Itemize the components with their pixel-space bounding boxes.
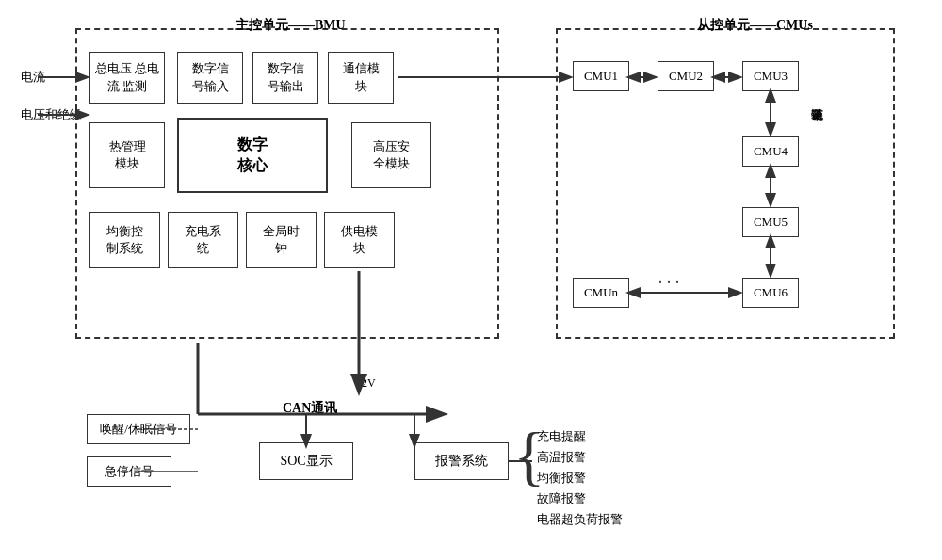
box-thermal: 热管理模块 xyxy=(89,122,165,188)
cmun-box: CMUn xyxy=(573,278,629,308)
box-digital-in: 数字信号输入 xyxy=(177,52,243,104)
current-input-label: 电流 xyxy=(21,69,45,86)
bmu-title: 主控单元——BMU xyxy=(236,17,346,34)
cmu1-box: CMU1 xyxy=(573,61,629,91)
box-digital-core: 数字核心 xyxy=(177,118,328,193)
box-power: 供电模块 xyxy=(324,212,395,268)
box-hv-safety: 高压安全模块 xyxy=(351,122,431,188)
box-voltage-current: 总电压 总电流 监测 xyxy=(89,52,165,104)
alarm-item-fault: 故障报警 xyxy=(537,490,623,507)
box-comm: 通信模块 xyxy=(328,52,394,104)
box-digital-out: 数字信号输出 xyxy=(252,52,318,104)
alarm-system-box: 报警系统 xyxy=(414,442,509,480)
can-label: CAN通讯 xyxy=(283,400,337,417)
alarm-item-balance: 均衡报警 xyxy=(537,470,623,487)
cmu3-box: CMU3 xyxy=(742,61,799,91)
alarm-item-overload: 电器超负荷报警 xyxy=(537,511,623,528)
alarm-list: 充电提醒 高温报警 均衡报警 故障报警 电器超负荷报警 xyxy=(537,428,623,528)
voltage-12v-label: 12V xyxy=(356,376,376,391)
cmu6-box: CMU6 xyxy=(742,278,799,308)
box-charge: 充电系统 xyxy=(168,212,238,268)
cmu4-box: CMU4 xyxy=(742,136,799,167)
cmu2-box: CMU2 xyxy=(658,61,714,91)
alarm-item-hightemp: 高温报警 xyxy=(537,449,623,466)
alarm-item-charge: 充电提醒 xyxy=(537,428,623,445)
box-clock: 全局时钟 xyxy=(246,212,317,268)
diagram-container: 主控单元——BMU 从控单元——CMUs 总电压 总电流 监测 数字信号输入 数… xyxy=(9,9,931,549)
cmu5-box: CMU5 xyxy=(742,207,799,237)
soc-display-box: SOC显示 xyxy=(259,442,353,480)
cmu-title: 从控单元——CMUs xyxy=(697,17,813,34)
box-balance: 均衡控制系统 xyxy=(89,212,160,268)
wake-signal-box: 唤醒/休眠信号 xyxy=(87,414,190,444)
voltage-insulation-label: 电压和绝缘 xyxy=(21,106,82,123)
estop-signal-box: 急停信号 xyxy=(87,456,171,487)
